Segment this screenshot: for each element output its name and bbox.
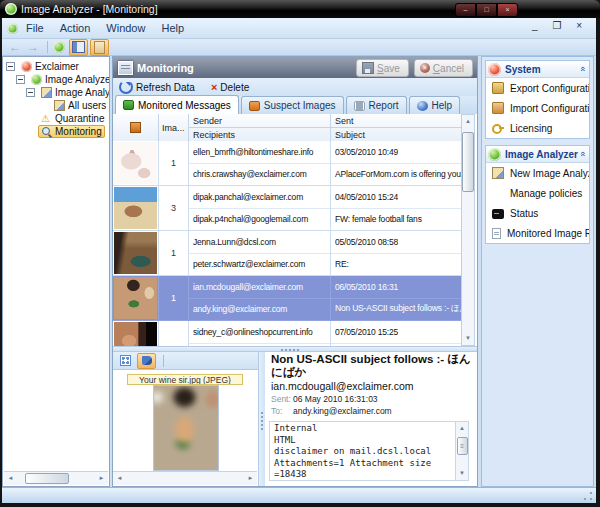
scroll-up-icon[interactable]: ▲ bbox=[456, 422, 469, 435]
sidebar-item[interactable]: Export Configuration... bbox=[486, 78, 589, 98]
sidebar-item[interactable]: New Image Analyzer ... bbox=[486, 163, 589, 183]
collapse-chevron-icon[interactable]: « bbox=[577, 151, 587, 156]
mdi-window-buttons[interactable]: _ ❐ × bbox=[532, 20, 588, 31]
tab-label: Help bbox=[432, 100, 453, 111]
message-thumbnail[interactable] bbox=[113, 186, 159, 230]
panels-toggle-button[interactable] bbox=[69, 39, 88, 56]
menu-item[interactable]: Window bbox=[98, 22, 153, 34]
sidebar-item-label: Export Configuration... bbox=[510, 83, 589, 94]
header-sender[interactable]: Sender bbox=[189, 114, 330, 128]
tree-item[interactable]: Image Analyzer bbox=[3, 86, 109, 99]
status-bar bbox=[2, 487, 596, 503]
minimize-button[interactable]: – bbox=[455, 3, 476, 17]
tree-item[interactable]: All users bbox=[3, 99, 109, 112]
tab-label: Monitored Messages bbox=[138, 100, 231, 111]
tree-node[interactable]: Monitoring bbox=[38, 125, 105, 138]
scroll-thumb[interactable] bbox=[25, 473, 69, 484]
tree-node[interactable]: Quarantine bbox=[38, 112, 107, 125]
back-icon[interactable]: ← bbox=[9, 40, 21, 54]
forward-icon[interactable]: → bbox=[27, 40, 39, 54]
thumbnails-view-button[interactable] bbox=[116, 353, 135, 369]
tree-expander-icon[interactable] bbox=[6, 62, 15, 71]
header-images-col[interactable]: Ima... bbox=[159, 114, 189, 141]
sender-cell: Jenna.Lunn@dcsl.com bbox=[189, 231, 330, 254]
scroll-left-icon[interactable]: ◄ bbox=[4, 472, 17, 485]
scroll-right-icon[interactable]: ► bbox=[244, 472, 257, 485]
menu-item[interactable]: Action bbox=[52, 22, 99, 34]
resize-grip[interactable] bbox=[583, 491, 593, 501]
sidebar-item-label: Monitored Image Rep... bbox=[507, 228, 589, 239]
panel-title: Monitoring bbox=[137, 62, 194, 74]
scroll-up-icon[interactable]: ▲ bbox=[462, 115, 475, 128]
menu-item[interactable]: File bbox=[18, 22, 52, 34]
tab[interactable]: Monitored Messages bbox=[115, 95, 239, 114]
flag-view-button[interactable] bbox=[137, 353, 156, 369]
tab[interactable]: Help bbox=[409, 96, 461, 114]
app-sphere-icon[interactable] bbox=[53, 41, 65, 53]
report-pane-toggle-button[interactable] bbox=[90, 39, 109, 56]
sidebar-item-label: New Image Analyzer ... bbox=[510, 168, 589, 179]
header-recipients[interactable]: Recipients bbox=[189, 128, 330, 141]
menu-item[interactable]: Help bbox=[153, 22, 192, 34]
detail-from-address: ian.mcdougall@exclaimer.com bbox=[271, 380, 471, 392]
tree-node[interactable]: All users bbox=[51, 99, 109, 112]
body-vertical-scrollbar[interactable]: ▲ ≡ ▼ bbox=[455, 422, 468, 480]
table-row[interactable]: 1 Jenna.Lunn@dcsl.com peter.schwartz@exc… bbox=[113, 231, 463, 276]
tab[interactable]: Report bbox=[346, 96, 407, 114]
close-button[interactable]: × bbox=[497, 3, 518, 17]
message-details-panel: Non US-ASCII subject follows :- ほんにばか ia… bbox=[265, 352, 477, 486]
blurred-image-preview[interactable] bbox=[153, 385, 219, 471]
message-thumbnail[interactable] bbox=[113, 276, 159, 320]
scroll-down-icon[interactable]: ▼ bbox=[462, 332, 475, 345]
message-thumbnail[interactable] bbox=[113, 231, 159, 275]
cancel-button[interactable]: ×Cancel bbox=[414, 59, 473, 77]
refresh-data-button[interactable]: Refresh Data bbox=[119, 80, 195, 94]
maximize-button[interactable]: □ bbox=[476, 3, 497, 17]
tree-item[interactable]: Image Analyzer bbox=[3, 73, 109, 86]
tree-item[interactable]: Monitoring bbox=[3, 125, 109, 138]
tree-item[interactable]: Quarantine bbox=[3, 112, 109, 125]
tree-node[interactable]: Image Analyzer bbox=[38, 86, 110, 99]
scroll-thumb[interactable]: ≡ bbox=[457, 437, 468, 455]
tree-item-label: Image Analyzer bbox=[45, 74, 110, 85]
header-subject[interactable]: Subject bbox=[331, 128, 463, 141]
tree-expander-icon[interactable] bbox=[26, 88, 35, 97]
table-row[interactable]: 1 ian.mcdougall@exclaimer.com andy.king@… bbox=[113, 276, 463, 321]
sidebar-item[interactable]: Import Configuration... bbox=[486, 98, 589, 118]
table-row[interactable]: 3 dipak.panchal@exclaimer.com dipak.p4nc… bbox=[113, 186, 463, 231]
message-thumbnail[interactable] bbox=[113, 321, 159, 346]
sidebar-item[interactable]: Manage policies bbox=[486, 183, 589, 203]
image-analyzer-group-header[interactable]: Image Analyzer « bbox=[486, 146, 589, 163]
sent-cell: 05/05/2010 08:58 bbox=[331, 231, 463, 254]
table-vertical-scrollbar[interactable]: ▲ ▼ bbox=[461, 114, 475, 346]
header-sender-col[interactable]: Sender Recipients bbox=[189, 114, 331, 141]
message-body-text[interactable]: Internal HTML disclaimer on mail.dcsl.lo… bbox=[269, 421, 469, 481]
sidebar-item[interactable]: Licensing bbox=[486, 118, 589, 138]
collapse-chevron-icon[interactable]: « bbox=[577, 66, 587, 71]
tree-item[interactable]: Exclaimer bbox=[3, 60, 109, 73]
header-suspect-col[interactable] bbox=[113, 114, 159, 141]
table-row[interactable]: 1 ellen_bmrfh@hiltontimeshare.info chris… bbox=[113, 141, 463, 186]
tree-horizontal-scrollbar[interactable]: ◄ ► bbox=[4, 471, 108, 485]
save-button[interactable]: Save bbox=[356, 59, 409, 77]
scroll-right-icon[interactable]: ► bbox=[95, 472, 108, 485]
preview-horizontal-scrollbar[interactable]: ◄ ► bbox=[113, 471, 257, 485]
tree-node[interactable]: Image Analyzer bbox=[28, 73, 110, 86]
scroll-left-icon[interactable]: ◄ bbox=[113, 472, 126, 485]
tree-item-icon bbox=[41, 87, 52, 98]
table-row[interactable]: sidney_c@onlineshopcurrent.info 07/05/20… bbox=[113, 321, 463, 346]
group-title: System bbox=[505, 64, 580, 75]
message-thumbnail[interactable] bbox=[113, 141, 159, 185]
system-group-header[interactable]: System « bbox=[486, 61, 589, 78]
tab[interactable]: Suspect Images bbox=[241, 96, 344, 114]
sidebar-item[interactable]: Status bbox=[486, 203, 589, 223]
scroll-down-icon[interactable]: ▼ bbox=[456, 467, 469, 480]
detail-subject: Non US-ASCII subject follows :- ほんにばか bbox=[271, 353, 471, 379]
delete-button[interactable]: ×Delete bbox=[201, 81, 249, 93]
scroll-thumb[interactable] bbox=[462, 132, 474, 192]
header-sent-col[interactable]: Sent Subject bbox=[331, 114, 463, 141]
tree-node[interactable]: Exclaimer bbox=[18, 60, 82, 73]
tree-expander-icon[interactable] bbox=[16, 75, 25, 84]
header-sent[interactable]: Sent bbox=[331, 114, 463, 128]
sidebar-item[interactable]: Monitored Image Rep... bbox=[486, 223, 589, 243]
